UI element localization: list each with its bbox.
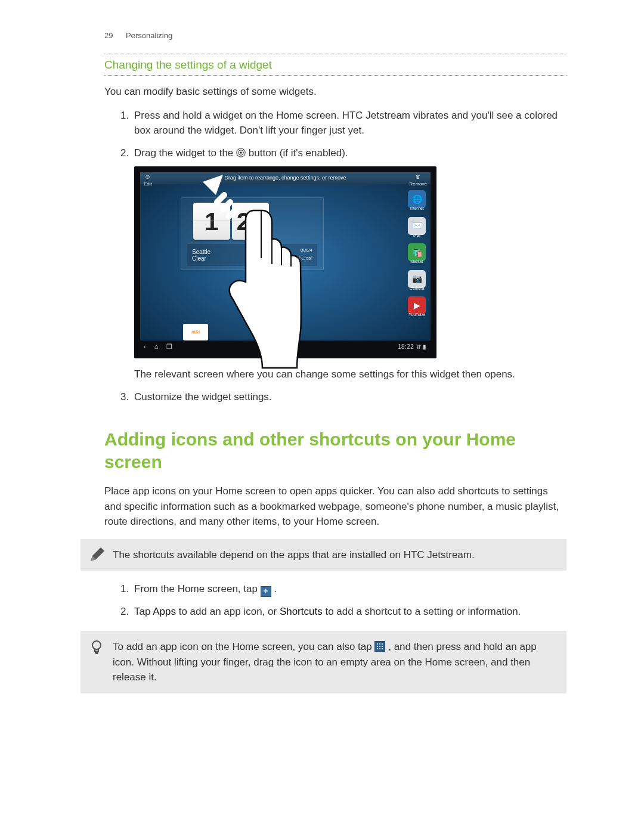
step2-2-a: Tap (134, 606, 153, 617)
note-text: The shortcuts available depend on the ap… (113, 549, 475, 561)
step-3: Customize the widget settings. (132, 389, 566, 405)
clock-time: 18:22 ⇵ ▮ (398, 342, 427, 351)
app-column: 🌐Internet✉️Mail🛍️Market📷Camera▶YouTube (408, 190, 426, 318)
section-title: Adding icons and other shortcuts on your… (104, 428, 566, 473)
tablet-screenshot: ◎ Edit Drag item to rearrange, change se… (134, 166, 436, 358)
settings-target-icon: ◎ (144, 174, 152, 181)
step-2-text-a: Drag the widget to the (134, 147, 236, 159)
app-label: Mail (408, 233, 426, 239)
all-apps-icon (374, 641, 385, 652)
svg-point-7 (92, 641, 101, 649)
remove-label: Remove (409, 181, 427, 188)
pencil-icon (89, 547, 104, 563)
step2-2-c: to add a shortcut to a setting or inform… (325, 606, 521, 617)
svg-point-2 (240, 151, 242, 153)
app-label: Camera (408, 286, 426, 292)
remove-button: 🗑 Remove (409, 174, 427, 188)
wifi-icon: ⇵ ▮ (416, 343, 427, 350)
steps-list-2: From the Home screen, tap + . Tap Apps t… (104, 581, 566, 619)
step2-1: From the Home screen, tap + . (132, 581, 566, 597)
trash-icon: 🗑 (409, 174, 427, 181)
recent-icon: ❐ (166, 342, 172, 352)
subheading: Changing the settings of a widget (104, 57, 566, 74)
running-header: 29 Personalizing (104, 30, 566, 42)
svg-marker-6 (203, 175, 223, 195)
svg-line-3 (229, 209, 236, 216)
chapter-name: Personalizing (126, 31, 172, 40)
edit-label: Edit (144, 181, 152, 188)
tip-text-a: To add an app icon on the Home screen, y… (113, 641, 374, 652)
edit-button: ◎ Edit (144, 174, 152, 188)
app-label: Internet (408, 206, 426, 212)
step2-2: Tap Apps to add an app icon, or Shortcut… (132, 604, 566, 620)
plus-icon: + (261, 586, 271, 597)
settings-target-icon (236, 148, 246, 157)
svg-line-4 (223, 202, 230, 209)
nav-time-text: 18:22 (398, 343, 414, 350)
shortcuts-label: Shortcuts (280, 606, 323, 617)
steps-list-1: Press and hold a widget on the Home scre… (104, 108, 566, 405)
apps-label: Apps (153, 606, 176, 617)
step-2-text-b: button (if it's enabled). (249, 147, 348, 159)
tip-box: To add an app icon on the Home screen, y… (80, 631, 566, 693)
step-1: Press and hold a widget on the Home scre… (132, 108, 566, 138)
step2-2-b: to add an app icon, or (179, 606, 280, 617)
app-label: Market (408, 259, 426, 265)
subheading-container: Changing the settings of a widget (104, 54, 566, 76)
step-2: Drag the widget to the button (if it's e… (132, 145, 566, 382)
app-label: YouTube (408, 312, 426, 318)
svg-line-5 (217, 195, 224, 202)
note-box: The shortcuts available depend on the ap… (80, 539, 566, 571)
section-paragraph: Place app icons on your Home screen to o… (104, 484, 566, 529)
step-2-followup: The relevant screen where you can change… (134, 367, 566, 382)
back-icon: ‹ (144, 342, 146, 352)
hand-gesture-illustration (203, 175, 304, 374)
step2-1-a: From the Home screen, tap (134, 583, 261, 594)
lightbulb-icon (89, 639, 104, 655)
home-icon: ⌂ (154, 342, 159, 352)
step2-1-b: . (274, 583, 277, 594)
page-number: 29 (104, 31, 113, 40)
intro-paragraph: You can modify basic settings of some wi… (104, 84, 566, 100)
